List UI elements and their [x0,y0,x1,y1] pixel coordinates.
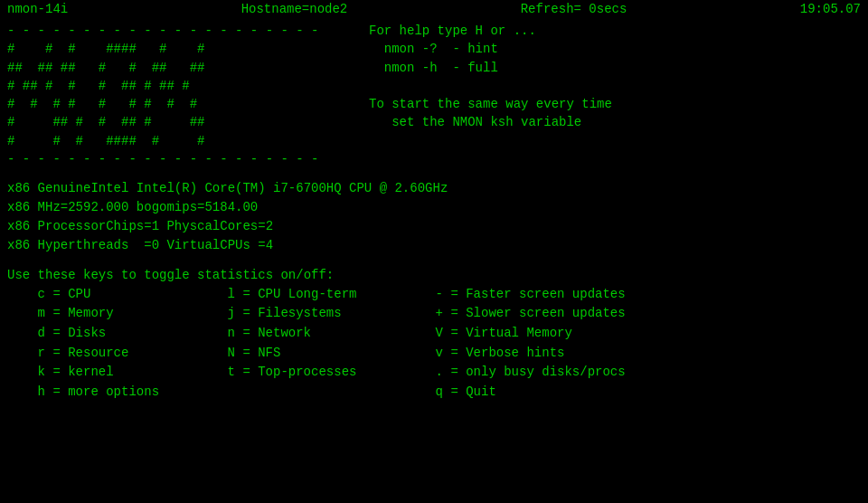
keys-col3: - = Faster screen updates + = Slower scr… [405,285,631,403]
dashes-top: - - - - - - - - - - - - - - - - - - - - … [7,22,351,40]
keys-col1: c = CPU m = Memory d = Disks r = Resourc… [7,285,197,403]
keys-col2: l = CPU Long-term j = Filesystems n = Ne… [197,285,405,403]
hostname: Hostname=node2 [241,2,348,16]
help-text: For help type H or ... nmon -? - hint nm… [369,22,861,132]
app-name: nmon-14i [7,2,68,16]
cpu-info-line4: x86 Hyperthreads =0 VirtualCPUs =4 [7,236,861,255]
keys-section: Use these keys to toggle statistics on/o… [7,266,861,402]
top-section: - - - - - - - - - - - - - - - - - - - - … [7,22,861,168]
keys-header: Use these keys to toggle statistics on/o… [7,266,861,284]
main-content: - - - - - - - - - - - - - - - - - - - - … [0,18,868,406]
refresh-rate: Refresh= 0secs [521,2,627,16]
keys-grid: c = CPU m = Memory d = Disks r = Resourc… [7,285,861,403]
ascii-art-section: - - - - - - - - - - - - - - - - - - - - … [7,22,351,168]
title-bar: nmon-14i Hostname=node2 Refresh= 0secs 1… [0,0,868,18]
cpu-info-line1: x86 GenuineIntel Intel(R) Core(TM) i7-67… [7,179,861,198]
system-info: x86 GenuineIntel Intel(R) Core(TM) i7-67… [7,179,861,255]
ascii-art: # # # #### # # ## ## ## # # ## ## # ## #… [7,40,351,150]
help-section: For help type H or ... nmon -? - hint nm… [351,22,861,168]
cpu-info-line2: x86 MHz=2592.000 bogomips=5184.00 [7,198,861,217]
cpu-info-line3: x86 ProcessorChips=1 PhyscalCores=2 [7,217,861,236]
dashes-bottom: - - - - - - - - - - - - - - - - - - - - … [7,150,351,168]
terminal: nmon-14i Hostname=node2 Refresh= 0secs 1… [0,0,868,503]
timestamp: 19:05.07 [800,2,861,16]
